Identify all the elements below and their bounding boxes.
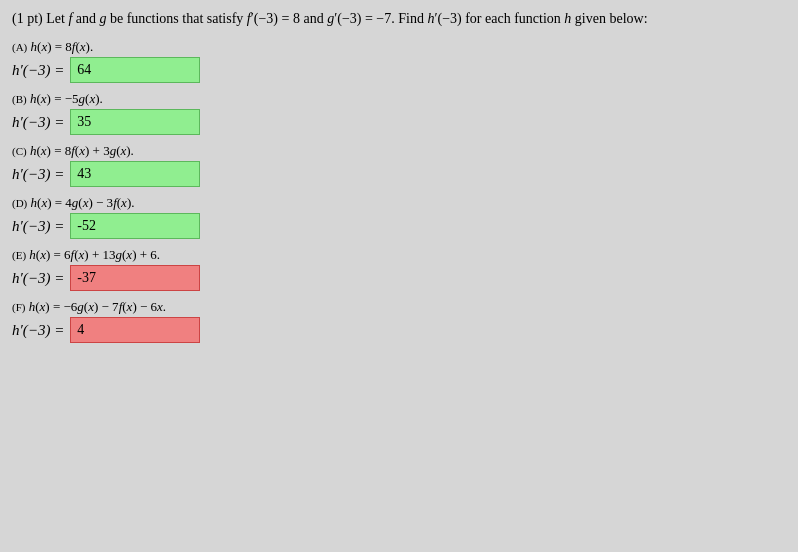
- problem-header: (1 pt) Let f and g be functions that sat…: [12, 8, 786, 29]
- part-E-input[interactable]: [70, 265, 200, 291]
- part-C-input[interactable]: [70, 161, 200, 187]
- part-F-input[interactable]: [70, 317, 200, 343]
- part-C-answer-row: h′(−3) =: [12, 161, 786, 187]
- part-D-answer-row: h′(−3) =: [12, 213, 786, 239]
- part-A-answer-label: h′(−3) =: [12, 62, 64, 79]
- part-F-answer-label: h′(−3) =: [12, 322, 64, 339]
- part-E-answer-label: h′(−3) =: [12, 270, 64, 287]
- part-D-input[interactable]: [70, 213, 200, 239]
- part-D: (D) h(x) = 4g(x) − 3f(x). h′(−3) =: [12, 195, 786, 239]
- part-C: (C) h(x) = 8f(x) + 3g(x). h′(−3) =: [12, 143, 786, 187]
- part-B-answer-label: h′(−3) =: [12, 114, 64, 131]
- part-B-input[interactable]: [70, 109, 200, 135]
- part-A-answer-row: h′(−3) =: [12, 57, 786, 83]
- part-E: (E) h(x) = 6f(x) + 13g(x) + 6. h′(−3) =: [12, 247, 786, 291]
- part-B-answer-row: h′(−3) =: [12, 109, 786, 135]
- part-B: (B) h(x) = −5g(x). h′(−3) =: [12, 91, 786, 135]
- part-C-label: (C) h(x) = 8f(x) + 3g(x).: [12, 143, 786, 159]
- part-F-label: (F) h(x) = −6g(x) − 7f(x) − 6x.: [12, 299, 786, 315]
- part-A-input[interactable]: [70, 57, 200, 83]
- part-B-label: (B) h(x) = −5g(x).: [12, 91, 786, 107]
- part-E-answer-row: h′(−3) =: [12, 265, 786, 291]
- part-A: (A) h(x) = 8f(x). h′(−3) =: [12, 39, 786, 83]
- part-F-answer-row: h′(−3) =: [12, 317, 786, 343]
- part-A-label: (A) h(x) = 8f(x).: [12, 39, 786, 55]
- part-E-label: (E) h(x) = 6f(x) + 13g(x) + 6.: [12, 247, 786, 263]
- part-C-answer-label: h′(−3) =: [12, 166, 64, 183]
- part-F: (F) h(x) = −6g(x) − 7f(x) − 6x. h′(−3) =: [12, 299, 786, 343]
- part-D-answer-label: h′(−3) =: [12, 218, 64, 235]
- part-D-label: (D) h(x) = 4g(x) − 3f(x).: [12, 195, 786, 211]
